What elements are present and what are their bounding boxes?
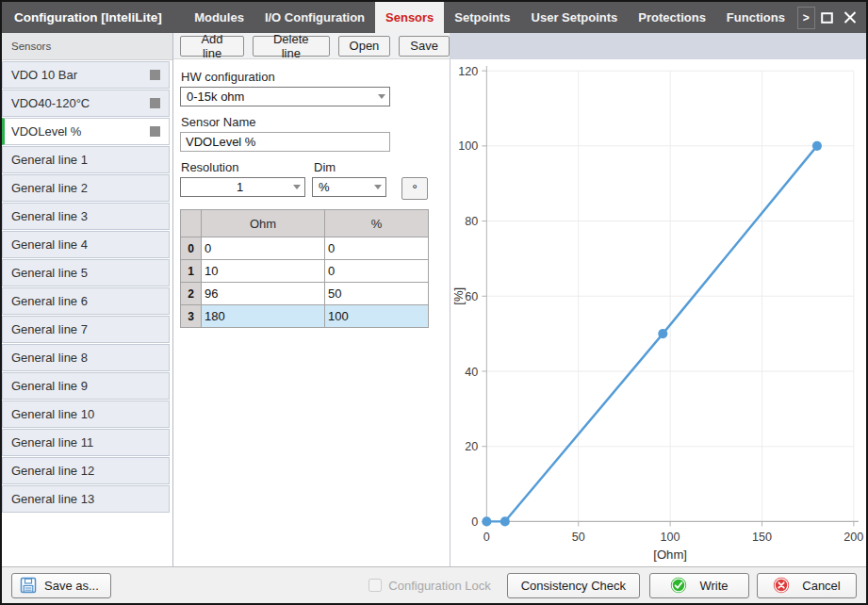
x-axis-label: [Ohm] <box>653 548 687 562</box>
y-tick-label: 20 <box>465 440 478 453</box>
sidebar-item-general-line-6[interactable]: General line 6 <box>2 287 170 315</box>
hw-configuration-label: HW configuration <box>181 70 444 84</box>
sidebar-item-label: General line 2 <box>11 181 88 195</box>
add-line-button[interactable]: Add line <box>180 36 244 57</box>
chart-panel: 050100150200020406080100120[Ohm][%] <box>450 59 866 566</box>
data-point[interactable] <box>500 516 510 526</box>
close-button[interactable] <box>839 6 862 30</box>
resolution-label: Resolution <box>181 160 313 174</box>
dim-select[interactable]: % <box>312 177 386 197</box>
titlebar: Configuration [InteliLite] ModulesI/O Co… <box>2 2 866 33</box>
pct-cell[interactable]: 0 <box>325 237 429 260</box>
cancel-x-icon <box>773 577 790 594</box>
row-index-cell[interactable]: 0 <box>181 237 202 260</box>
open-button[interactable]: Open <box>338 36 391 57</box>
sidebar-item-label: General line 3 <box>11 209 88 223</box>
maximize-button[interactable] <box>815 6 839 30</box>
ohm-cell[interactable]: 180 <box>202 305 325 328</box>
sidebar-item-general-line-4[interactable]: General line 4 <box>2 231 170 258</box>
sidebar-item-vdo40-120-c[interactable]: VDO40-120°C <box>2 90 170 117</box>
cancel-label: Cancel <box>802 579 840 593</box>
pct-cell[interactable]: 0 <box>325 260 429 283</box>
row-index-cell[interactable]: 3 <box>181 305 202 328</box>
sidebar-item-label: General line 9 <box>11 379 88 393</box>
tab-i-o-configuration[interactable]: I/O Configuration <box>254 2 375 33</box>
tab-functions[interactable]: Functions <box>716 2 795 33</box>
window-title: Configuration [InteliLite] <box>2 10 184 25</box>
sidebar-item-general-line-9[interactable]: General line 9 <box>2 372 170 400</box>
sidebar-item-general-line-5[interactable]: General line 5 <box>2 259 170 286</box>
sensor-configured-icon <box>150 126 160 137</box>
sidebar-item-vdo-10-bar[interactable]: VDO 10 Bar <box>2 61 170 89</box>
sidebar-header: Sensors <box>2 33 172 60</box>
y-axis-label: [%] <box>451 287 466 305</box>
sidebar-item-general-line-7[interactable]: General line 7 <box>2 316 170 343</box>
pct-cell[interactable]: 100 <box>325 305 429 328</box>
tab-user-setpoints[interactable]: User Setpoints <box>521 2 629 33</box>
sidebar-item-label: General line 7 <box>11 322 88 336</box>
save-as-button[interactable]: Save as... <box>11 573 111 598</box>
calibration-table: Ohm % 0001100296503180100 <box>180 209 429 328</box>
configuration-lock-checkbox <box>368 579 382 592</box>
tab-sensors[interactable]: Sensors <box>375 2 444 33</box>
toolbar-buttons: Add lineDelete lineOpenSave <box>173 33 450 59</box>
delete-line-button[interactable]: Delete line <box>253 36 330 57</box>
sidebar-item-general-line-12[interactable]: General line 12 <box>2 457 170 484</box>
sidebar-item-general-line-2[interactable]: General line 2 <box>2 174 170 202</box>
content-row: Sensors VDO 10 BarVDO40-120°CVDOLevel %G… <box>2 33 866 566</box>
sidebar-item-general-line-10[interactable]: General line 10 <box>2 401 170 428</box>
sidebar-item-general-line-3[interactable]: General line 3 <box>2 203 170 230</box>
y-tick-label: 120 <box>458 65 478 78</box>
hw-configuration-value: 0-15k ohm <box>187 90 378 104</box>
tab-setpoints[interactable]: Setpoints <box>444 2 520 33</box>
x-tick-label: 200 <box>843 531 863 544</box>
chart-line <box>486 146 817 522</box>
save-button[interactable]: Save <box>399 36 450 57</box>
tab-modules[interactable]: Modules <box>184 2 254 33</box>
main-area: Add lineDelete lineOpenSave HW configura… <box>173 33 866 566</box>
sidebar-item-label: VDO 10 Bar <box>11 68 77 82</box>
sidebar: Sensors VDO 10 BarVDO40-120°CVDOLevel %G… <box>2 33 173 566</box>
table-corner-cell <box>181 210 202 237</box>
save-as-label: Save as... <box>44 579 99 593</box>
sidebar-item-label: VDOLevel % <box>11 124 81 139</box>
table-row: 000 <box>181 237 429 260</box>
sidebar-item-label: General line 11 <box>11 435 93 450</box>
ohm-cell[interactable]: 96 <box>202 283 325 305</box>
resolution-select[interactable]: 1 <box>180 177 305 197</box>
write-check-icon <box>670 577 687 594</box>
tab-protections[interactable]: Protections <box>628 2 716 33</box>
y-tick-label: 100 <box>458 139 478 153</box>
sidebar-item-vdolevel[interactable]: VDOLevel % <box>2 118 170 145</box>
dim-value: % <box>319 180 374 194</box>
sensor-curve-chart: 050100150200020406080100120[Ohm][%] <box>450 59 866 566</box>
row-index-cell[interactable]: 1 <box>181 260 202 283</box>
degree-button[interactable]: ° <box>401 177 428 200</box>
sidebar-item-label: General line 4 <box>11 237 88 252</box>
y-tick-label: 80 <box>465 215 478 228</box>
sidebar-item-general-line-13[interactable]: General line 13 <box>2 485 170 513</box>
sensor-name-input[interactable] <box>180 132 390 152</box>
write-button[interactable]: Write <box>649 573 749 598</box>
close-icon <box>843 10 858 25</box>
data-point[interactable] <box>812 141 822 151</box>
sidebar-item-general-line-8[interactable]: General line 8 <box>2 344 170 371</box>
tab-overflow-button[interactable]: > <box>797 7 815 29</box>
data-point[interactable] <box>658 329 667 338</box>
x-tick-label: 100 <box>661 531 680 544</box>
ohm-cell[interactable]: 0 <box>202 237 325 260</box>
sidebar-item-label: General line 1 <box>11 153 88 167</box>
x-tick-label: 0 <box>483 531 490 544</box>
hw-configuration-select[interactable]: 0-15k ohm <box>180 87 390 106</box>
consistency-check-button[interactable]: Consistency Check <box>507 573 640 598</box>
pct-cell[interactable]: 50 <box>325 283 429 305</box>
sidebar-item-general-line-1[interactable]: General line 1 <box>2 146 170 173</box>
cancel-button[interactable]: Cancel <box>757 573 857 598</box>
resolution-value: 1 <box>187 180 293 194</box>
sidebar-item-label: General line 5 <box>11 266 88 280</box>
ohm-cell[interactable]: 10 <box>202 260 325 283</box>
y-tick-label: 40 <box>465 366 478 379</box>
row-index-cell[interactable]: 2 <box>181 283 202 305</box>
sidebar-item-general-line-11[interactable]: General line 11 <box>2 429 170 456</box>
data-point[interactable] <box>482 516 491 526</box>
